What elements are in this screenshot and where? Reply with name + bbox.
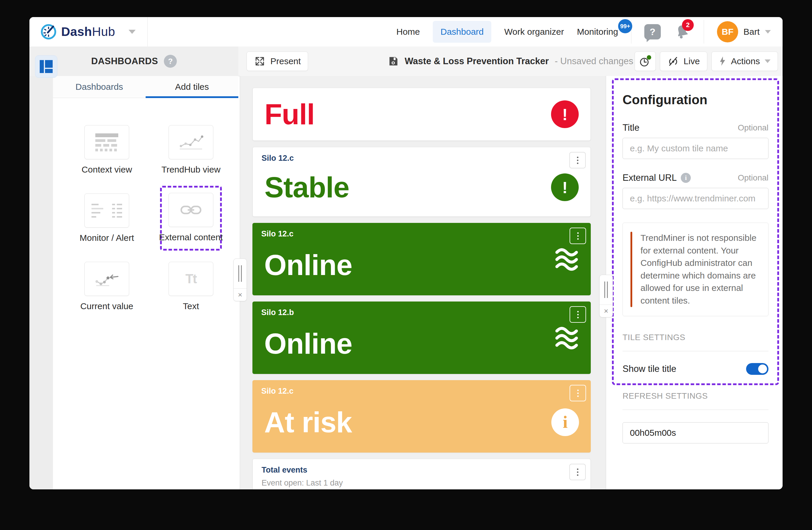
title-field-row: Title Optional bbox=[623, 123, 768, 133]
toolbar-main: Present Waste & Loss Prevention Tracker … bbox=[238, 46, 783, 76]
disclaimer-accent-bar bbox=[630, 232, 632, 307]
app-window: DashHub Home Dashboard Work organizer Mo… bbox=[29, 17, 783, 489]
tile-silo-12b-online[interactable]: Silo 12.b Online bbox=[252, 302, 591, 374]
palette-label: Text bbox=[183, 301, 199, 311]
ok-status-icon: ! bbox=[551, 173, 579, 201]
sidebar-resize-handle[interactable]: × bbox=[233, 259, 247, 301]
toolbar-actions: Live Actions bbox=[635, 52, 778, 71]
show-tile-title-row: Show tile title bbox=[623, 363, 768, 375]
help-icon[interactable]: ? bbox=[644, 24, 661, 40]
user-name: Bart bbox=[743, 27, 760, 37]
palette-card bbox=[169, 193, 213, 227]
dashhub-logo[interactable]: DashHub bbox=[40, 23, 115, 40]
live-off-icon bbox=[667, 55, 679, 67]
tile-title: Total events bbox=[262, 465, 307, 475]
disclaimer-text: TrendMiner is not responsible for extern… bbox=[640, 232, 758, 307]
info-status-icon: i bbox=[551, 408, 579, 436]
tile-full[interactable]: Full ! bbox=[252, 88, 591, 141]
palette-label: Context view bbox=[82, 165, 132, 175]
palette-item-context-view[interactable]: Context view bbox=[85, 125, 129, 175]
notifications-badge: 2 bbox=[682, 19, 694, 31]
tile-menu-button[interactable] bbox=[569, 227, 586, 244]
drag-grip-icon[interactable] bbox=[234, 259, 247, 289]
url-field-row: External URLi Optional bbox=[623, 172, 768, 183]
palette-label: Current value bbox=[80, 301, 133, 311]
tile-silo-12c-stable[interactable]: Silo 12.c Stable ! bbox=[252, 147, 591, 217]
document-title-group: Waste & Loss Prevention Tracker - Unsave… bbox=[388, 56, 634, 67]
top-nav: DashHub Home Dashboard Work organizer Mo… bbox=[29, 17, 783, 47]
notifications-button[interactable]: 2 bbox=[674, 23, 691, 40]
tab-dashboards[interactable]: Dashboards bbox=[53, 76, 146, 98]
drag-grip-icon[interactable] bbox=[599, 275, 612, 305]
tile-menu-button[interactable] bbox=[569, 464, 586, 480]
tile-menu-button[interactable] bbox=[569, 306, 586, 323]
tile-menu-button[interactable] bbox=[569, 385, 586, 401]
tile-silo-12c-online[interactable]: Silo 12.c Online bbox=[252, 223, 591, 295]
actions-chevron-down-icon bbox=[765, 59, 770, 63]
actions-button[interactable]: Actions bbox=[711, 52, 778, 71]
present-label: Present bbox=[270, 56, 301, 66]
logo-chevron-down-icon[interactable] bbox=[129, 30, 136, 34]
monitor-alert-icon bbox=[91, 204, 122, 218]
sidebar-tabs: Dashboards Add tiles bbox=[53, 76, 238, 98]
tab-add-tiles[interactable]: Add tiles bbox=[146, 76, 238, 98]
dashboards-help-icon[interactable]: ? bbox=[164, 55, 177, 68]
document-status: - Unsaved changes bbox=[554, 56, 633, 67]
refresh-timer-button[interactable] bbox=[635, 52, 656, 71]
section-divider bbox=[623, 351, 768, 351]
tile-subtitle: Event open: Last 1 day bbox=[262, 478, 343, 488]
show-tile-title-toggle[interactable] bbox=[746, 363, 768, 375]
configuration-heading: Configuration bbox=[623, 93, 768, 107]
tile-title: Silo 12.b bbox=[261, 308, 294, 317]
save-icon[interactable] bbox=[388, 56, 399, 67]
tile-status-text: Stable bbox=[264, 173, 349, 202]
screen-background: DashHub Home Dashboard Work organizer Mo… bbox=[0, 0, 812, 530]
palette-item-monitor-alert[interactable]: Monitor / Alert bbox=[85, 193, 129, 243]
palette-item-external-content[interactable]: External content bbox=[160, 186, 222, 251]
collapse-panel-icon[interactable]: × bbox=[599, 305, 612, 317]
nav-left: DashHub bbox=[29, 17, 148, 46]
clock-status-icon bbox=[639, 55, 652, 68]
url-optional-hint: Optional bbox=[738, 173, 768, 183]
tile-title: Silo 12.c bbox=[261, 229, 294, 238]
url-label-text: External URL bbox=[623, 172, 677, 183]
present-button[interactable]: Present bbox=[247, 52, 308, 71]
waves-icon bbox=[553, 324, 580, 351]
config-resize-handle[interactable]: × bbox=[599, 275, 613, 317]
nav-right: Home Dashboard Work organizer Monitoring… bbox=[396, 17, 783, 46]
palette-label: TrendHub view bbox=[161, 165, 221, 175]
nav-home[interactable]: Home bbox=[396, 27, 420, 37]
tile-status-text: Online bbox=[264, 329, 352, 358]
tile-status-text: Online bbox=[264, 251, 352, 279]
user-menu[interactable]: BF Bart bbox=[717, 21, 771, 42]
nav-dashboard[interactable]: Dashboard bbox=[433, 21, 491, 43]
refresh-interval-input[interactable] bbox=[623, 422, 768, 444]
title-input[interactable] bbox=[623, 138, 768, 159]
title-optional-hint: Optional bbox=[738, 123, 768, 132]
tile-status-text: Full bbox=[264, 100, 315, 129]
palette-item-text[interactable]: Tt Text bbox=[169, 262, 213, 311]
tile-menu-button[interactable] bbox=[569, 152, 586, 168]
text-icon: Tt bbox=[185, 271, 197, 286]
palette-label: External content bbox=[159, 232, 223, 242]
dashboard-canvas: Full ! Silo 12.c Stable ! Silo 12.c Onli… bbox=[240, 76, 606, 489]
nav-monitoring-label: Monitoring bbox=[577, 27, 618, 37]
avatar: BF bbox=[717, 21, 738, 42]
nav-monitoring[interactable]: Monitoring99+ bbox=[577, 27, 618, 37]
collapse-panel-icon[interactable]: × bbox=[234, 289, 247, 301]
tile-total-events[interactable]: Total events Event open: Last 1 day 1000 bbox=[252, 459, 591, 489]
context-view-icon bbox=[95, 134, 118, 151]
tile-silo-12c-at-risk[interactable]: Silo 12.c At risk i bbox=[252, 380, 591, 452]
dashboards-rail-button[interactable] bbox=[35, 55, 57, 78]
external-url-input[interactable] bbox=[623, 188, 768, 209]
live-label: Live bbox=[684, 56, 700, 66]
palette-item-trendhub-view[interactable]: TrendHub view bbox=[169, 125, 213, 175]
palette-card bbox=[84, 262, 129, 296]
monitoring-badge: 99+ bbox=[618, 19, 632, 33]
nav-work-organizer[interactable]: Work organizer bbox=[504, 27, 564, 37]
live-toggle-button[interactable]: Live bbox=[660, 52, 707, 71]
current-value-icon bbox=[92, 269, 121, 289]
nav-divider bbox=[147, 17, 148, 46]
url-info-icon[interactable]: i bbox=[681, 173, 691, 183]
palette-item-current-value[interactable]: Current value bbox=[85, 262, 129, 311]
